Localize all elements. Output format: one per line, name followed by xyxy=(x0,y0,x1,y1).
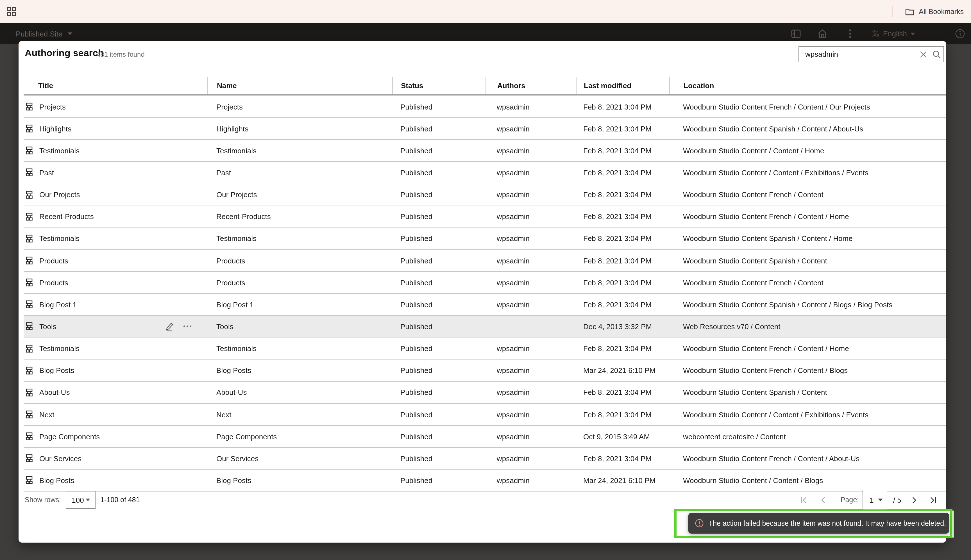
table-row[interactable]: Testimonials Testimonials Published wpsa… xyxy=(23,228,946,250)
row-name: Recent-Products xyxy=(207,206,392,227)
kebab-icon[interactable] xyxy=(849,29,851,38)
chevron-down-icon xyxy=(878,498,883,502)
row-location: Woodburn Studio Content / Content / Exhi… xyxy=(669,404,946,425)
table-row[interactable]: Blog Post 1 Blog Post 1 Published wpsadm… xyxy=(23,294,946,316)
clear-search-icon[interactable] xyxy=(916,47,930,61)
row-title: Past xyxy=(39,168,54,177)
row-authors: wpsadmin xyxy=(485,404,576,425)
more-actions-icon[interactable] xyxy=(183,325,192,328)
site-selector-label: Published Site xyxy=(16,30,62,38)
row-last-modified: Mar 24, 2021 6:10 PM xyxy=(576,470,669,491)
table-row[interactable]: Products Products Published wpsadmin Feb… xyxy=(23,272,946,294)
content-item-icon xyxy=(25,322,34,331)
table-row[interactable]: Next Next Published wpsadmin Feb 8, 2021… xyxy=(23,404,946,426)
content-item-icon xyxy=(25,256,34,265)
table-row[interactable]: Testimonials Testimonials Published wpsa… xyxy=(23,338,946,360)
row-location: Woodburn Studio Content / Content / Blog… xyxy=(669,470,946,491)
row-last-modified: Feb 8, 2021 3:04 PM xyxy=(576,250,669,271)
table-row[interactable]: Blog Posts Blog Posts Published wpsadmin… xyxy=(23,470,946,492)
table-row[interactable]: Past Past Published wpsadmin Feb 8, 2021… xyxy=(23,162,946,184)
row-location: Woodburn Studio Content / Content / Exhi… xyxy=(669,162,946,183)
row-authors: wpsadmin xyxy=(485,96,576,117)
search-icon[interactable] xyxy=(930,47,943,61)
row-location: Woodburn Studio Content Spanish / Conten… xyxy=(669,250,946,271)
row-authors: wpsadmin xyxy=(485,250,576,271)
rows-per-page-dropdown[interactable]: 100 xyxy=(65,491,95,509)
page-label: Page: xyxy=(841,496,859,504)
table-row[interactable]: Testimonials Testimonials Published wpsa… xyxy=(23,140,946,162)
row-title: Next xyxy=(39,410,54,419)
edit-icon[interactable] xyxy=(165,322,174,332)
language-selector[interactable]: 文A English xyxy=(872,29,915,38)
table-row[interactable]: Tools Tools Published Dec 4, 2013 3:32 P… xyxy=(23,316,946,338)
all-bookmarks-button[interactable]: All Bookmarks xyxy=(919,8,964,15)
column-header-authors: Authors xyxy=(485,77,576,94)
row-title: Blog Post 1 xyxy=(39,300,77,309)
row-title: Blog Posts xyxy=(39,476,74,485)
table-row[interactable]: Recent-Products Recent-Products Publishe… xyxy=(23,206,946,228)
row-last-modified: Feb 8, 2021 3:04 PM xyxy=(576,162,669,183)
row-authors: wpsadmin xyxy=(485,206,576,227)
column-header-status: Status xyxy=(392,77,485,94)
row-location: Woodburn Studio Content French / Content… xyxy=(669,448,946,469)
row-last-modified: Feb 8, 2021 3:04 PM xyxy=(576,448,669,469)
row-last-modified: Oct 9, 2015 3:49 AM xyxy=(576,426,669,447)
row-location: Woodburn Studio Content Spanish / Conten… xyxy=(669,118,946,139)
row-status: Published xyxy=(392,382,485,403)
row-last-modified: Feb 8, 2021 3:04 PM xyxy=(576,228,669,249)
row-name: Blog Post 1 xyxy=(207,294,392,315)
table-row[interactable]: Projects Projects Published wpsadmin Feb… xyxy=(23,96,946,118)
panel-icon[interactable] xyxy=(791,30,801,38)
search-input[interactable] xyxy=(799,50,916,58)
row-last-modified: Dec 4, 2013 3:32 PM xyxy=(576,316,669,337)
row-name: Projects xyxy=(207,96,392,117)
chevron-down-icon xyxy=(910,32,915,35)
row-status: Published xyxy=(392,206,485,227)
column-header-title: Title xyxy=(23,77,207,94)
table-row[interactable]: Page Components Page Components Publishe… xyxy=(23,426,946,448)
row-location: Woodburn Studio Content French / Content xyxy=(669,272,946,293)
next-page-button[interactable] xyxy=(909,495,919,505)
row-location: Woodburn Studio Content Spanish / Conten… xyxy=(669,228,946,249)
row-actions xyxy=(165,322,207,332)
content-item-icon xyxy=(25,388,34,397)
page-number-dropdown[interactable]: 1 xyxy=(862,490,887,510)
home-icon[interactable] xyxy=(818,29,827,38)
first-page-button[interactable] xyxy=(799,495,809,505)
table-row[interactable]: About-Us About-Us Published wpsadmin Feb… xyxy=(23,382,946,404)
table-row[interactable]: Our Projects Our Projects Published wpsa… xyxy=(23,184,946,206)
pagination: Page: 1 / 5 xyxy=(799,490,938,510)
row-name: Highlights xyxy=(207,118,392,139)
row-title: Our Services xyxy=(39,454,82,463)
row-location: Woodburn Studio Content French / Content… xyxy=(669,96,946,117)
row-title: Testimonials xyxy=(39,147,80,155)
table-row[interactable]: Our Services Our Services Published wpsa… xyxy=(23,448,946,470)
previous-page-button[interactable] xyxy=(818,495,828,505)
row-location: Woodburn Studio Content Spanish / Conten… xyxy=(669,294,946,315)
error-toast: The action failed because the item was n… xyxy=(688,513,949,533)
translate-icon: 文A xyxy=(872,29,880,38)
row-location: Woodburn Studio Content French / Content xyxy=(669,184,946,205)
last-page-button[interactable] xyxy=(928,495,938,505)
row-status: Published xyxy=(392,316,485,337)
row-authors: wpsadmin xyxy=(485,294,576,315)
row-authors: wpsadmin xyxy=(485,338,576,359)
row-last-modified: Feb 8, 2021 3:04 PM xyxy=(576,140,669,162)
chevron-down-icon xyxy=(85,498,90,502)
content-item-icon xyxy=(25,476,34,485)
table-row[interactable]: Products Products Published wpsadmin Feb… xyxy=(23,250,946,272)
row-title: Our Projects xyxy=(39,190,80,199)
row-authors: wpsadmin xyxy=(485,360,576,381)
row-location: Woodburn Studio Content Spanish / Conten… xyxy=(669,382,946,403)
row-title: Recent-Products xyxy=(39,213,94,221)
row-status: Published xyxy=(392,272,485,293)
table-row[interactable]: Blog Posts Blog Posts Published wpsadmin… xyxy=(23,360,946,382)
table-row[interactable]: Highlights Highlights Published wpsadmin… xyxy=(23,118,946,140)
row-name: Tools xyxy=(207,316,392,337)
row-title: About-Us xyxy=(39,388,70,397)
apps-grid-icon[interactable] xyxy=(7,7,16,16)
content-item-icon xyxy=(25,278,34,287)
table-body: Projects Projects Published wpsadmin Feb… xyxy=(23,96,946,492)
info-icon[interactable] xyxy=(955,29,965,38)
row-status: Published xyxy=(392,294,485,315)
